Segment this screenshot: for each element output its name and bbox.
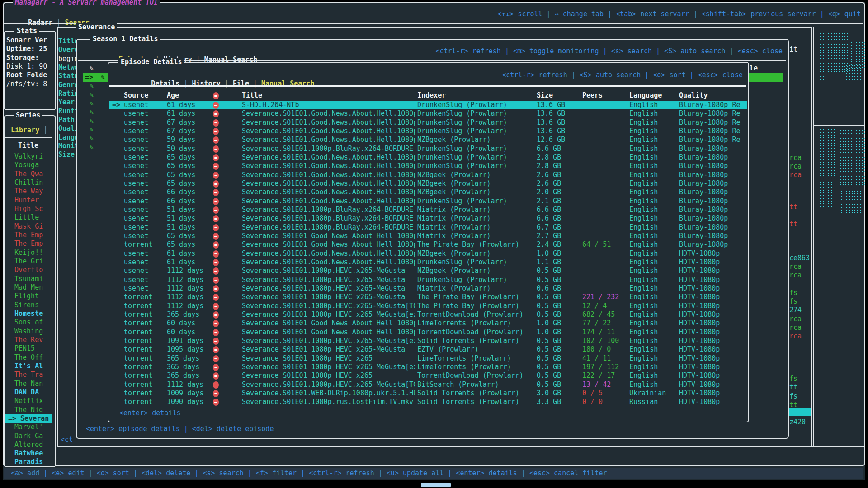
table-row[interactable]: usenet61 daysSeverance.S01E01.Good.News.… (109, 249, 747, 258)
poster-panel-border (813, 27, 814, 446)
series-list-item[interactable]: Valkyri (5, 152, 52, 161)
series-list-item[interactable]: The Nig (5, 406, 52, 414)
table-row[interactable]: usenet51 daysSeverance.S01E01.1080p.BluR… (109, 223, 747, 232)
cell-source: torrent (124, 319, 165, 328)
table-row[interactable]: torrent365 daysSeverance S01E01 1080p HE… (109, 310, 747, 319)
table-row[interactable]: torrent1009 daysSeverance.S01E01.WEB-DLR… (109, 389, 747, 398)
table-row[interactable]: usenet65 daysSeverance.S01E01.Good.News.… (109, 162, 747, 170)
series-list-item[interactable]: Chillin (5, 178, 52, 187)
table-row[interactable]: usenet67 daysSeverance.S01E01.Good.News.… (109, 118, 747, 127)
series-list-item[interactable]: Mad Men (5, 283, 52, 292)
table-row[interactable]: usenet65 daysSeverance.S01E01.Good.News.… (109, 153, 747, 162)
series-list-item[interactable]: The Emp (5, 231, 52, 239)
series-list-item[interactable]: Flight (5, 292, 52, 300)
monitor-toggle-icon[interactable]: ✎ (90, 108, 94, 117)
series-list-item[interactable]: Paradis (5, 458, 52, 466)
table-row[interactable]: usenet1112 daysSeverance.S01E01.1080p.HE… (109, 284, 747, 293)
monitor-toggle-icon[interactable]: ✎ (90, 126, 94, 134)
monitor-toggle-icon[interactable]: ✎ (90, 117, 94, 126)
table-row[interactable]: usenet65 daysSeverance S01E01 Good News … (109, 232, 747, 240)
table-row[interactable]: torrent1090 daysSeverance.S01E01.1080p.r… (109, 398, 747, 406)
cell-quality: HDTV-1080p (679, 249, 746, 258)
series-list-item[interactable]: The Off (5, 353, 52, 362)
series-list-item[interactable]: Sirens (5, 301, 52, 310)
table-row[interactable]: =>usenet61 daysS-HD.H.264-NTbDrunkenSlug… (109, 101, 747, 109)
cell-quality: Bluray-1080p (679, 206, 746, 214)
series-list-item[interactable]: DAN DA (5, 388, 52, 397)
series-list-item[interactable]: Yosuga (5, 161, 52, 169)
table-row[interactable]: torrent60 daysSeverance S01E01 Good News… (109, 319, 747, 328)
table-row[interactable]: torrent365 daysSeverance S01E01 1080p HE… (109, 354, 747, 363)
series-list-item[interactable]: Mask Gi (5, 222, 52, 231)
table-row[interactable]: usenet66 daysSeverance.S01E01.Good.News.… (109, 188, 747, 197)
table-row[interactable]: usenet50 daysSeverance.S01E01.1080p.BluR… (109, 145, 747, 153)
monitor-toggle-icon[interactable]: ✎ (90, 82, 94, 90)
table-row[interactable]: torrent365 daysSeverance S01E01 1080p HE… (109, 363, 747, 371)
table-row[interactable]: usenet67 daysSeverance.S01E01.Good.News.… (109, 127, 747, 136)
reject-icon (213, 127, 231, 136)
series-list-item[interactable]: The Rev (5, 336, 52, 344)
cell-title: Severance.S01E01.1080p.HEVC.x265-MeGusta (242, 267, 415, 275)
table-row[interactable]: usenet51 daysSeverance.S01E01.1080p.BluR… (109, 206, 747, 214)
table-row[interactable]: usenet66 daysSeverance.S01E01.Good.News.… (109, 197, 747, 206)
table-row[interactable]: usenet59 daysSeverance.S01E01.Good.News.… (109, 136, 747, 144)
column-header-age: Age (167, 91, 212, 100)
monitor-toggle-icon[interactable]: ✎ (90, 143, 94, 152)
series-list-item[interactable]: Tsunami (5, 275, 52, 283)
table-row[interactable]: torrent65 daysSeverance S01E01 Good News… (109, 240, 747, 249)
series-list-item[interactable]: The Tra (5, 371, 52, 379)
series-list-item[interactable]: The Way (5, 187, 52, 196)
series-library-tab[interactable]: Library │ (11, 126, 47, 135)
reject-icon (213, 136, 231, 144)
cell-language: English (629, 240, 677, 249)
table-row[interactable]: torrent365 daysSeverance S01E01 1080p HE… (109, 371, 747, 380)
series-list-item[interactable]: The Nan (5, 380, 52, 388)
reject-icon (213, 214, 231, 223)
table-row[interactable]: usenet61 daysSeverance.S01E01.Good.News.… (109, 109, 747, 118)
series-list-item[interactable]: High Sc (5, 205, 52, 213)
series-list-item[interactable]: Washing (5, 327, 52, 336)
series-list-item[interactable]: PEN15 (5, 344, 52, 353)
monitor-toggle-icon[interactable]: ✎ (90, 91, 94, 99)
series-list-item[interactable]: The Gri (5, 257, 52, 266)
cell-language: English (629, 214, 677, 223)
table-row[interactable]: torrent60 daysSeverance S01E01 Good News… (109, 328, 747, 337)
series-list-item[interactable]: The Qwa (5, 170, 52, 178)
table-row[interactable]: usenet65 daysSeverance.S01E01.Good.News.… (109, 179, 747, 188)
series-list-item[interactable]: Netflix (5, 397, 52, 405)
cell-peers: 180 / 0 (582, 345, 627, 354)
table-row[interactable]: torrent1095 daysSeverance S01E01 1080p H… (109, 345, 747, 354)
monitor-toggle-icon[interactable]: ✎ (90, 99, 94, 108)
series-list-item[interactable]: Sons of (5, 318, 52, 327)
cell-indexer: The Pirate Bay (Prowlarr) (417, 302, 535, 310)
table-row[interactable]: torrent1112 daysSeverance.S01E01.1080p.H… (109, 380, 747, 389)
cell-peers (582, 267, 627, 275)
table-row[interactable]: torrent1112 daysSeverance S01E01 1080p H… (109, 293, 747, 301)
series-list-item[interactable]: Keijo!! (5, 249, 52, 257)
series-list-item[interactable]: Hunter (5, 196, 52, 205)
series-list-item[interactable]: Dark Ga (5, 432, 52, 441)
series-list-item[interactable]: Marvel' (5, 423, 52, 432)
series-list-item[interactable]: The Emp (5, 239, 52, 248)
series-list-item[interactable]: Altered (5, 441, 52, 449)
reject-icon (213, 371, 231, 380)
monitor-toggle-icon[interactable]: ✎ (97, 73, 105, 81)
table-row[interactable]: usenet1112 daysSeverance.S01E01.1080p.HE… (109, 276, 747, 284)
series-list-item[interactable]: Overflo (5, 266, 52, 274)
table-row[interactable]: usenet61 daysSeverance.S01E01.Good.News.… (109, 258, 747, 267)
cell-source: torrent (124, 345, 165, 354)
table-row[interactable]: usenet51 daysSeverance.S01E01.1080p.BluR… (109, 214, 747, 223)
series-list-item[interactable]: Batwhee (5, 449, 52, 458)
right-edge-fragment: rca (789, 171, 802, 179)
table-row[interactable]: usenet65 daysSeverance.S01E01.Good.News.… (109, 171, 747, 179)
series-list-item[interactable]: It's Al (5, 362, 52, 371)
table-row[interactable]: torrent1112 daysSeverance.S01E01.1080p.H… (109, 302, 747, 310)
table-row[interactable]: usenet1112 daysSeverance.S01E01.1080p.HE… (109, 267, 747, 275)
table-row[interactable]: torrent1091 daysSeverance.S01E01.1080p.H… (109, 337, 747, 345)
series-list-item[interactable]: => Severan (5, 414, 52, 423)
monitor-toggle-icon[interactable]: ✎ (90, 134, 94, 143)
series-list-item[interactable]: Little (5, 213, 52, 222)
series-list-item[interactable]: Homeste (5, 310, 52, 318)
cell-title: Severance.S01E01.1080p.BluRay.x264-BORDU… (242, 206, 415, 214)
reject-icon (213, 293, 231, 301)
